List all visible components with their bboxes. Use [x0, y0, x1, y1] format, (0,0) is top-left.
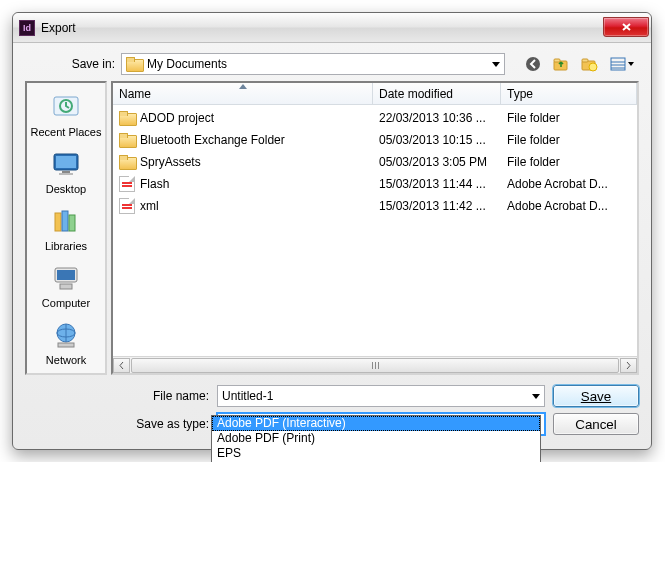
- computer-icon: [50, 262, 82, 294]
- titlebar[interactable]: Id Export: [13, 13, 651, 43]
- place-desktop[interactable]: Desktop: [27, 144, 105, 201]
- desktop-icon: [50, 148, 82, 180]
- place-network[interactable]: Network: [27, 315, 105, 372]
- file-type: File folder: [501, 111, 637, 125]
- svg-rect-15: [59, 173, 73, 175]
- type-option[interactable]: EPUB: [212, 461, 540, 462]
- file-type: File folder: [501, 133, 637, 147]
- filename-combo[interactable]: Untitled-1: [217, 385, 545, 407]
- chevron-down-icon: [532, 394, 540, 399]
- export-dialog: Id Export Save in: My Documents: [12, 12, 652, 450]
- save-as-type-label: Save as type:: [119, 417, 209, 431]
- up-folder-icon: [552, 56, 570, 72]
- svg-point-0: [526, 57, 540, 71]
- app-icon: Id: [19, 20, 35, 36]
- nav-up-button[interactable]: [549, 53, 573, 75]
- svg-rect-17: [62, 211, 68, 231]
- save-in-label: Save in:: [59, 57, 115, 71]
- column-header-name[interactable]: Name: [113, 83, 373, 104]
- window-title: Export: [41, 21, 603, 35]
- chevron-down-icon: [492, 62, 500, 67]
- save-in-value: My Documents: [147, 57, 227, 71]
- folder-icon: [119, 110, 135, 126]
- file-date: 05/03/2013 3:05 PM: [373, 155, 501, 169]
- file-date: 05/03/2013 10:15 ...: [373, 133, 501, 147]
- save-button[interactable]: Save: [553, 385, 639, 407]
- file-row[interactable]: Bluetooth Exchange Folder05/03/2013 10:1…: [113, 129, 637, 151]
- type-option[interactable]: EPS: [212, 446, 540, 461]
- scroll-right-button[interactable]: [620, 358, 637, 373]
- pdf-icon: [119, 176, 135, 192]
- nav-back-button[interactable]: [521, 53, 545, 75]
- folder-icon: [119, 132, 135, 148]
- views-icon: [610, 57, 626, 71]
- scroll-left-button[interactable]: [113, 358, 130, 373]
- file-date: 15/03/2013 11:42 ...: [373, 199, 501, 213]
- folder-icon: [119, 154, 135, 170]
- place-label: Libraries: [45, 240, 87, 252]
- nav-views-button[interactable]: [605, 53, 639, 75]
- file-row[interactable]: xml15/03/2013 11:42 ...Adobe Acrobat D..…: [113, 195, 637, 217]
- file-rows: ADOD project22/03/2013 10:36 ...File fol…: [113, 105, 637, 356]
- file-row[interactable]: Flash15/03/2013 11:44 ...Adobe Acrobat D…: [113, 173, 637, 195]
- close-icon: [621, 22, 632, 32]
- svg-rect-18: [69, 215, 75, 231]
- places-bar: Recent PlacesDesktopLibrariesComputerNet…: [25, 81, 107, 375]
- svg-rect-16: [55, 213, 61, 231]
- new-folder-icon: [580, 56, 598, 72]
- horizontal-scrollbar[interactable]: [113, 356, 637, 373]
- folder-icon: [126, 56, 142, 72]
- file-row[interactable]: SpryAssets05/03/2013 3:05 PMFile folder: [113, 151, 637, 173]
- place-computer[interactable]: Computer: [27, 258, 105, 315]
- back-icon: [525, 56, 541, 72]
- file-date: 15/03/2013 11:44 ...: [373, 177, 501, 191]
- file-name: ADOD project: [140, 111, 214, 125]
- svg-rect-13: [56, 156, 76, 168]
- column-header-type[interactable]: Type: [501, 83, 637, 104]
- place-label: Computer: [42, 297, 90, 309]
- svg-rect-20: [57, 270, 75, 280]
- type-option[interactable]: Adobe PDF (Interactive): [212, 416, 540, 431]
- place-recent-places[interactable]: Recent Places: [27, 87, 105, 144]
- type-option[interactable]: Adobe PDF (Print): [212, 431, 540, 446]
- libraries-icon: [50, 205, 82, 237]
- svg-rect-14: [62, 171, 70, 173]
- place-libraries[interactable]: Libraries: [27, 201, 105, 258]
- column-header-date[interactable]: Date modified: [373, 83, 501, 104]
- svg-point-5: [589, 63, 597, 71]
- recent-places-icon: [50, 91, 82, 123]
- file-type: Adobe Acrobat D...: [501, 199, 637, 213]
- chevron-down-icon: [628, 62, 634, 66]
- filename-value: Untitled-1: [222, 389, 273, 403]
- svg-rect-4: [582, 59, 588, 62]
- place-label: Recent Places: [31, 126, 102, 138]
- save-as-type-dropdown[interactable]: Adobe PDF (Interactive)Adobe PDF (Print)…: [211, 415, 541, 462]
- pdf-icon: [119, 198, 135, 214]
- file-type: File folder: [501, 155, 637, 169]
- sort-asc-icon: [239, 84, 247, 89]
- svg-rect-24: [58, 343, 74, 347]
- file-name: SpryAssets: [140, 155, 201, 169]
- scroll-thumb[interactable]: [131, 358, 619, 373]
- close-button[interactable]: [603, 17, 649, 37]
- file-name: Bluetooth Exchange Folder: [140, 133, 285, 147]
- cancel-button[interactable]: Cancel: [553, 413, 639, 435]
- svg-rect-2: [554, 59, 560, 62]
- file-row[interactable]: ADOD project22/03/2013 10:36 ...File fol…: [113, 107, 637, 129]
- filename-label: File name:: [119, 389, 209, 403]
- place-label: Desktop: [46, 183, 86, 195]
- file-date: 22/03/2013 10:36 ...: [373, 111, 501, 125]
- file-name: Flash: [140, 177, 169, 191]
- network-icon: [50, 319, 82, 351]
- file-type: Adobe Acrobat D...: [501, 177, 637, 191]
- place-label: Network: [46, 354, 86, 366]
- file-list-panel: Name Date modified Type ADOD project22/0…: [111, 81, 639, 375]
- save-in-combo[interactable]: My Documents: [121, 53, 505, 75]
- file-name: xml: [140, 199, 159, 213]
- nav-newfolder-button[interactable]: [577, 53, 601, 75]
- svg-rect-21: [60, 284, 72, 289]
